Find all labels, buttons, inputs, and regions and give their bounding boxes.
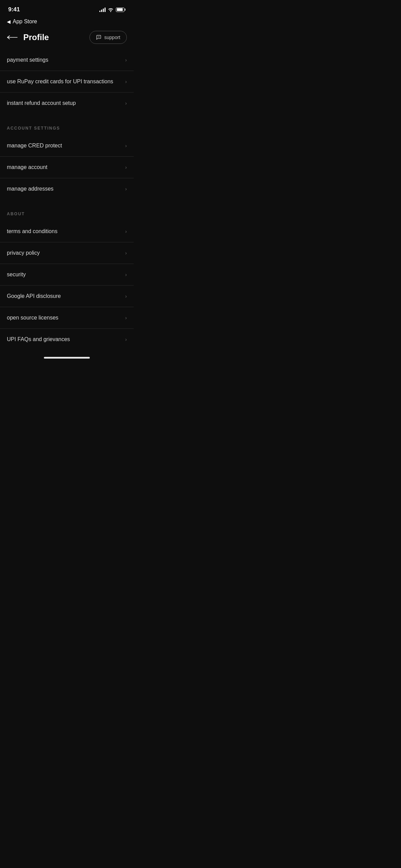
home-indicator [0,353,134,361]
status-icons [99,7,125,12]
chevron-right-icon: › [125,143,127,148]
manage-account-label: manage account [7,164,47,170]
chat-icon [96,35,101,40]
account-settings-section: manage CRED protect › manage account › m… [0,135,134,200]
google-api-disclosure-label: Google API disclosure [7,293,61,299]
instant-refund-item[interactable]: instant refund account setup › [0,93,134,114]
terms-conditions-item[interactable]: terms and conditions › [0,221,134,242]
manage-cred-protect-item[interactable]: manage CRED protect › [0,135,134,157]
chevron-right-icon: › [125,250,127,256]
chevron-right-icon: › [125,100,127,106]
open-source-licenses-label: open source licenses [7,315,58,321]
chevron-right-icon: › [125,229,127,234]
chevron-right-icon: › [125,272,127,277]
chevron-right-icon: › [125,337,127,342]
wifi-icon [108,7,114,12]
payment-settings-item[interactable]: payment settings › [0,49,134,71]
account-settings-section-header: ACCOUNT SETTINGS [0,114,134,135]
payment-section: payment settings › use RuPay credit card… [0,49,134,114]
privacy-policy-label: privacy policy [7,250,40,256]
back-arrow-icon [7,35,18,40]
security-label: security [7,272,26,278]
security-item[interactable]: security › [0,264,134,286]
chevron-right-icon: › [125,293,127,299]
support-button[interactable]: support [89,31,127,44]
upi-faqs-item[interactable]: UPI FAQs and grievances › [0,329,134,350]
payment-settings-label: payment settings [7,57,48,63]
rupay-credit-cards-label: use RuPay credit cards for UPI transacti… [7,79,113,85]
page-title: Profile [23,33,49,42]
battery-icon [116,8,125,12]
terms-conditions-label: terms and conditions [7,228,58,234]
about-section-header: ABOUT [0,200,134,221]
account-settings-title: ACCOUNT SETTINGS [7,126,60,131]
app-store-label: App Store [13,19,37,25]
upi-faqs-label: UPI FAQs and grievances [7,336,70,342]
app-store-back[interactable]: ◀ App Store [0,17,134,27]
manage-addresses-label: manage addresses [7,186,53,192]
home-bar [44,357,90,359]
about-title: ABOUT [7,212,25,216]
manage-addresses-item[interactable]: manage addresses › [0,178,134,200]
chevron-right-icon: › [125,165,127,170]
chevron-right-icon: › [125,57,127,63]
manage-account-item[interactable]: manage account › [0,157,134,178]
back-button[interactable] [7,35,18,40]
status-bar: 9:41 [0,0,134,17]
chevron-right-icon: › [125,186,127,192]
manage-cred-protect-label: manage CRED protect [7,143,62,149]
about-section: terms and conditions › privacy policy › … [0,221,134,350]
signal-bars-icon [99,7,106,12]
rupay-credit-cards-item[interactable]: use RuPay credit cards for UPI transacti… [0,71,134,93]
privacy-policy-item[interactable]: privacy policy › [0,242,134,264]
instant-refund-label: instant refund account setup [7,100,76,106]
back-triangle-icon: ◀ [7,19,11,24]
nav-left: Profile [7,33,49,42]
support-label: support [104,35,120,40]
nav-header: Profile support [0,27,134,49]
chevron-right-icon: › [125,315,127,321]
chevron-right-icon: › [125,79,127,84]
google-api-disclosure-item[interactable]: Google API disclosure › [0,286,134,307]
open-source-licenses-item[interactable]: open source licenses › [0,307,134,329]
status-time: 9:41 [8,6,20,13]
